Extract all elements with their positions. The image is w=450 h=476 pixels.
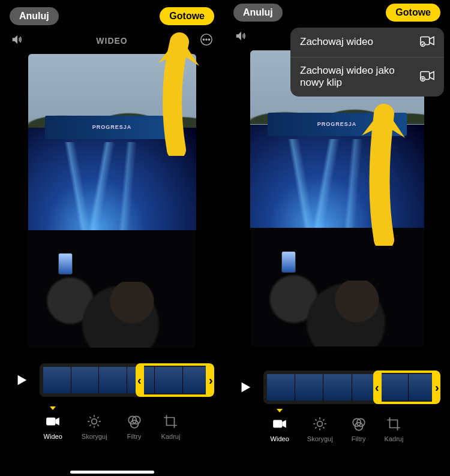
screen-video-edit: Anuluj Gotowe WIDEO PROGRESJA bbox=[0, 0, 224, 476]
camera-plus-icon bbox=[420, 70, 434, 85]
svg-line-14 bbox=[98, 424, 99, 426]
tab-crop[interactable]: Kadruj bbox=[385, 416, 404, 442]
tab-label: Kadruj bbox=[385, 435, 404, 442]
tab-label: Filtry bbox=[352, 435, 366, 442]
crowd-phone bbox=[58, 253, 73, 275]
tab-adjust[interactable]: Skoryguj bbox=[307, 416, 333, 442]
home-indicator[interactable] bbox=[70, 471, 154, 474]
svg-line-38 bbox=[323, 427, 325, 428]
svg-point-2 bbox=[203, 39, 204, 40]
trim-handle-left[interactable]: ‹ bbox=[137, 373, 141, 387]
svg-line-15 bbox=[90, 424, 91, 426]
play-button[interactable] bbox=[10, 368, 34, 392]
volume-icon[interactable] bbox=[11, 33, 24, 49]
timeline-scrubber[interactable]: ‹ › bbox=[263, 370, 440, 404]
cancel-button[interactable]: Anuluj bbox=[10, 7, 59, 25]
svg-point-8 bbox=[92, 419, 97, 424]
adjust-icon bbox=[86, 414, 102, 429]
tab-filters[interactable]: Filtry bbox=[127, 414, 142, 440]
svg-point-4 bbox=[208, 39, 209, 40]
more-icon[interactable] bbox=[200, 33, 213, 49]
svg-rect-6 bbox=[46, 418, 55, 426]
tab-label: Skoryguj bbox=[307, 435, 333, 442]
tab-label: Kadruj bbox=[161, 433, 181, 440]
svg-marker-7 bbox=[56, 418, 60, 426]
adjust-icon bbox=[312, 416, 328, 432]
done-button[interactable]: Gotowe bbox=[386, 4, 440, 22]
screen-save-menu: Anuluj Gotowe Zachowaj wideo Zachowaj wi… bbox=[224, 0, 450, 476]
bottom-tabs: Wideo Skoryguj Filtry Kadruj bbox=[224, 404, 450, 454]
topbar: Anuluj Gotowe bbox=[224, 0, 450, 26]
mode-title: WIDEO bbox=[96, 36, 127, 46]
tab-crop[interactable]: Kadruj bbox=[161, 414, 181, 440]
timeline-row: ‹ › bbox=[0, 348, 224, 397]
tab-label: Skoryguj bbox=[82, 433, 107, 440]
svg-line-37 bbox=[316, 419, 317, 420]
tab-label: Wideo bbox=[44, 433, 62, 440]
svg-marker-31 bbox=[283, 420, 287, 428]
timeline-selection[interactable]: ‹ › bbox=[136, 363, 214, 397]
crowd-phone bbox=[281, 251, 296, 273]
menu-label: Zachowaj wideo jako nowy klip bbox=[300, 65, 420, 89]
menu-item-save-video[interactable]: Zachowaj wideo bbox=[290, 28, 444, 58]
svg-point-3 bbox=[206, 39, 207, 40]
tab-adjust[interactable]: Skoryguj bbox=[82, 414, 107, 440]
crop-icon bbox=[386, 416, 401, 432]
svg-marker-20 bbox=[236, 32, 241, 41]
volume-icon[interactable] bbox=[235, 29, 248, 45]
video-preview[interactable]: PROGRESJA bbox=[28, 54, 196, 348]
foreground-person bbox=[330, 281, 384, 347]
save-menu: Zachowaj wideo Zachowaj wideo jako nowy … bbox=[290, 28, 444, 97]
trim-handle-right[interactable]: › bbox=[435, 381, 439, 394]
tab-filters[interactable]: Filtry bbox=[351, 416, 367, 442]
filters-icon bbox=[351, 416, 367, 432]
timeline-selection[interactable]: ‹ › bbox=[373, 370, 440, 404]
svg-line-13 bbox=[90, 417, 91, 418]
camera-check-icon bbox=[420, 35, 434, 50]
video-icon bbox=[45, 414, 61, 429]
trim-handle-left[interactable]: ‹ bbox=[375, 381, 379, 394]
svg-marker-25 bbox=[430, 71, 434, 79]
menu-item-save-as-new[interactable]: Zachowaj wideo jako nowy klip bbox=[290, 58, 444, 97]
play-button[interactable] bbox=[233, 375, 257, 399]
done-button[interactable]: Gotowe bbox=[160, 7, 214, 25]
topbar: Anuluj Gotowe bbox=[0, 0, 224, 30]
bottom-tabs: Wideo Skoryguj Filtry Kadruj bbox=[0, 397, 224, 452]
stage-banner: PROGRESJA bbox=[268, 113, 407, 137]
tab-video[interactable]: Wideo bbox=[271, 416, 289, 442]
svg-line-39 bbox=[316, 427, 317, 428]
filters-icon bbox=[127, 414, 142, 429]
svg-rect-30 bbox=[273, 420, 282, 428]
svg-marker-5 bbox=[18, 375, 27, 385]
cancel-button[interactable]: Anuluj bbox=[233, 4, 283, 22]
timeline-scrubber[interactable]: ‹ › bbox=[40, 363, 214, 397]
trim-handle-right[interactable]: › bbox=[209, 373, 212, 387]
menu-label: Zachowaj wideo bbox=[300, 36, 420, 48]
svg-marker-29 bbox=[242, 382, 251, 393]
foreground-person bbox=[105, 282, 159, 348]
svg-point-32 bbox=[317, 421, 323, 427]
timeline-row: ‹ › bbox=[224, 347, 450, 404]
subbar: WIDEO bbox=[0, 30, 224, 54]
svg-marker-0 bbox=[13, 35, 17, 44]
svg-line-16 bbox=[98, 417, 99, 418]
tab-video[interactable]: Wideo bbox=[44, 414, 62, 440]
svg-line-40 bbox=[323, 419, 325, 420]
tab-label: Wideo bbox=[271, 435, 289, 442]
svg-marker-22 bbox=[430, 37, 434, 45]
tab-label: Filtry bbox=[127, 433, 142, 440]
crop-icon bbox=[163, 414, 178, 429]
stage-banner: PROGRESJA bbox=[45, 116, 179, 139]
video-icon bbox=[272, 416, 287, 432]
